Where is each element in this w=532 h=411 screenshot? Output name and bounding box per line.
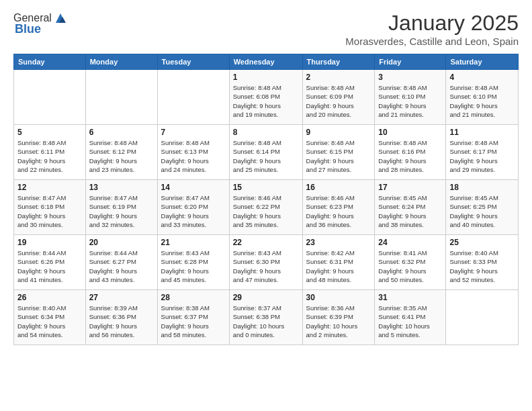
day-info: Sunrise: 8:39 AM Sunset: 6:36 PM Dayligh… (89, 304, 154, 339)
calendar-cell: 10Sunrise: 8:48 AM Sunset: 6:16 PM Dayli… (375, 125, 446, 180)
day-number: 30 (306, 293, 371, 302)
calendar-cell: 2Sunrise: 8:48 AM Sunset: 6:09 PM Daylig… (302, 70, 375, 125)
calendar-cell: 15Sunrise: 8:46 AM Sunset: 6:22 PM Dayli… (229, 180, 302, 235)
calendar-cell: 30Sunrise: 8:36 AM Sunset: 6:39 PM Dayli… (302, 290, 375, 345)
calendar-cell: 26Sunrise: 8:40 AM Sunset: 6:34 PM Dayli… (14, 290, 86, 345)
day-info: Sunrise: 8:36 AM Sunset: 6:39 PM Dayligh… (306, 304, 371, 339)
day-number: 3 (378, 73, 442, 82)
calendar-week-row: 19Sunrise: 8:44 AM Sunset: 6:26 PM Dayli… (14, 235, 519, 290)
page: General Blue January 2025 Morasverdes, C… (0, 0, 532, 411)
col-thursday: Thursday (302, 54, 375, 70)
calendar-cell: 11Sunrise: 8:48 AM Sunset: 6:17 PM Dayli… (446, 125, 519, 180)
day-number: 11 (449, 128, 515, 137)
day-number: 21 (161, 238, 226, 247)
calendar-cell: 18Sunrise: 8:45 AM Sunset: 6:25 PM Dayli… (446, 180, 519, 235)
day-number: 31 (378, 293, 442, 302)
calendar-cell: 3Sunrise: 8:48 AM Sunset: 6:10 PM Daylig… (375, 70, 446, 125)
calendar-cell: 22Sunrise: 8:43 AM Sunset: 6:30 PM Dayli… (229, 235, 302, 290)
day-info: Sunrise: 8:35 AM Sunset: 6:41 PM Dayligh… (378, 304, 442, 339)
day-info: Sunrise: 8:48 AM Sunset: 6:14 PM Dayligh… (233, 138, 299, 174)
day-number: 16 (306, 183, 371, 192)
day-info: Sunrise: 8:47 AM Sunset: 6:18 PM Dayligh… (17, 193, 82, 229)
day-info: Sunrise: 8:40 AM Sunset: 6:33 PM Dayligh… (449, 248, 515, 284)
calendar-cell: 16Sunrise: 8:46 AM Sunset: 6:23 PM Dayli… (302, 180, 375, 235)
day-info: Sunrise: 8:45 AM Sunset: 6:24 PM Dayligh… (378, 193, 442, 229)
calendar-week-row: 1Sunrise: 8:48 AM Sunset: 6:08 PM Daylig… (14, 70, 519, 125)
calendar-cell (14, 70, 86, 125)
day-info: Sunrise: 8:48 AM Sunset: 6:16 PM Dayligh… (378, 138, 442, 174)
calendar-cell: 6Sunrise: 8:48 AM Sunset: 6:12 PM Daylig… (85, 125, 157, 180)
day-number: 14 (161, 183, 226, 192)
day-number: 20 (89, 238, 154, 247)
day-number: 17 (378, 183, 442, 192)
day-info: Sunrise: 8:43 AM Sunset: 6:28 PM Dayligh… (161, 248, 226, 284)
col-sunday: Sunday (14, 54, 86, 70)
day-info: Sunrise: 8:48 AM Sunset: 6:15 PM Dayligh… (306, 138, 371, 174)
calendar-cell: 21Sunrise: 8:43 AM Sunset: 6:28 PM Dayli… (157, 235, 229, 290)
day-number: 29 (233, 293, 299, 302)
calendar: Sunday Monday Tuesday Wednesday Thursday… (13, 54, 519, 345)
col-wednesday: Wednesday (229, 54, 302, 70)
calendar-cell: 17Sunrise: 8:45 AM Sunset: 6:24 PM Dayli… (375, 180, 446, 235)
calendar-cell: 27Sunrise: 8:39 AM Sunset: 6:36 PM Dayli… (85, 290, 157, 345)
day-number: 28 (161, 293, 226, 302)
day-number: 13 (89, 183, 154, 192)
day-number: 24 (378, 238, 442, 247)
calendar-cell: 25Sunrise: 8:40 AM Sunset: 6:33 PM Dayli… (446, 235, 519, 290)
day-info: Sunrise: 8:47 AM Sunset: 6:20 PM Dayligh… (161, 193, 226, 229)
day-info: Sunrise: 8:37 AM Sunset: 6:38 PM Dayligh… (233, 304, 299, 339)
calendar-week-row: 26Sunrise: 8:40 AM Sunset: 6:34 PM Dayli… (14, 290, 519, 345)
day-info: Sunrise: 8:48 AM Sunset: 6:10 PM Dayligh… (449, 83, 515, 119)
day-info: Sunrise: 8:44 AM Sunset: 6:27 PM Dayligh… (89, 248, 154, 284)
day-number: 23 (306, 238, 371, 247)
calendar-cell: 24Sunrise: 8:41 AM Sunset: 6:32 PM Dayli… (375, 235, 446, 290)
day-number: 1 (233, 73, 299, 82)
logo: General Blue (13, 11, 68, 36)
day-number: 25 (449, 238, 515, 247)
col-saturday: Saturday (446, 54, 519, 70)
day-info: Sunrise: 8:48 AM Sunset: 6:12 PM Dayligh… (89, 138, 154, 174)
day-info: Sunrise: 8:46 AM Sunset: 6:22 PM Dayligh… (233, 193, 299, 229)
location: Morasverdes, Castille and Leon, Spain (345, 36, 519, 47)
col-monday: Monday (85, 54, 157, 70)
day-number: 18 (449, 183, 515, 192)
day-info: Sunrise: 8:47 AM Sunset: 6:19 PM Dayligh… (89, 193, 154, 229)
calendar-cell (85, 70, 157, 125)
month-title: January 2025 (345, 11, 519, 36)
col-friday: Friday (375, 54, 446, 70)
day-number: 4 (449, 73, 515, 82)
day-info: Sunrise: 8:48 AM Sunset: 6:09 PM Dayligh… (306, 83, 371, 119)
day-info: Sunrise: 8:45 AM Sunset: 6:25 PM Dayligh… (449, 193, 515, 229)
header: General Blue January 2025 Morasverdes, C… (13, 11, 519, 47)
calendar-cell: 29Sunrise: 8:37 AM Sunset: 6:38 PM Dayli… (229, 290, 302, 345)
day-info: Sunrise: 8:48 AM Sunset: 6:13 PM Dayligh… (161, 138, 226, 174)
day-number: 15 (233, 183, 299, 192)
calendar-header-row: Sunday Monday Tuesday Wednesday Thursday… (14, 54, 519, 70)
day-info: Sunrise: 8:40 AM Sunset: 6:34 PM Dayligh… (17, 304, 82, 339)
calendar-cell: 14Sunrise: 8:47 AM Sunset: 6:20 PM Dayli… (157, 180, 229, 235)
day-number: 9 (306, 128, 371, 137)
day-info: Sunrise: 8:38 AM Sunset: 6:37 PM Dayligh… (161, 304, 226, 339)
calendar-cell: 13Sunrise: 8:47 AM Sunset: 6:19 PM Dayli… (85, 180, 157, 235)
day-number: 27 (89, 293, 154, 302)
day-number: 7 (161, 128, 226, 137)
title-block: January 2025 Morasverdes, Castille and L… (345, 11, 519, 47)
day-info: Sunrise: 8:43 AM Sunset: 6:30 PM Dayligh… (233, 248, 299, 284)
logo-text: General Blue (13, 11, 68, 36)
calendar-cell (446, 290, 519, 345)
day-number: 22 (233, 238, 299, 247)
calendar-cell: 4Sunrise: 8:48 AM Sunset: 6:10 PM Daylig… (446, 70, 519, 125)
calendar-cell: 9Sunrise: 8:48 AM Sunset: 6:15 PM Daylig… (302, 125, 375, 180)
calendar-cell: 31Sunrise: 8:35 AM Sunset: 6:41 PM Dayli… (375, 290, 446, 345)
day-info: Sunrise: 8:46 AM Sunset: 6:23 PM Dayligh… (306, 193, 371, 229)
calendar-week-row: 5Sunrise: 8:48 AM Sunset: 6:11 PM Daylig… (14, 125, 519, 180)
logo-icon (53, 11, 68, 26)
calendar-cell (157, 70, 229, 125)
day-info: Sunrise: 8:48 AM Sunset: 6:10 PM Dayligh… (378, 83, 442, 119)
calendar-cell: 23Sunrise: 8:42 AM Sunset: 6:31 PM Dayli… (302, 235, 375, 290)
day-number: 10 (378, 128, 442, 137)
calendar-cell: 20Sunrise: 8:44 AM Sunset: 6:27 PM Dayli… (85, 235, 157, 290)
calendar-cell: 19Sunrise: 8:44 AM Sunset: 6:26 PM Dayli… (14, 235, 86, 290)
col-tuesday: Tuesday (157, 54, 229, 70)
day-number: 2 (306, 73, 371, 82)
